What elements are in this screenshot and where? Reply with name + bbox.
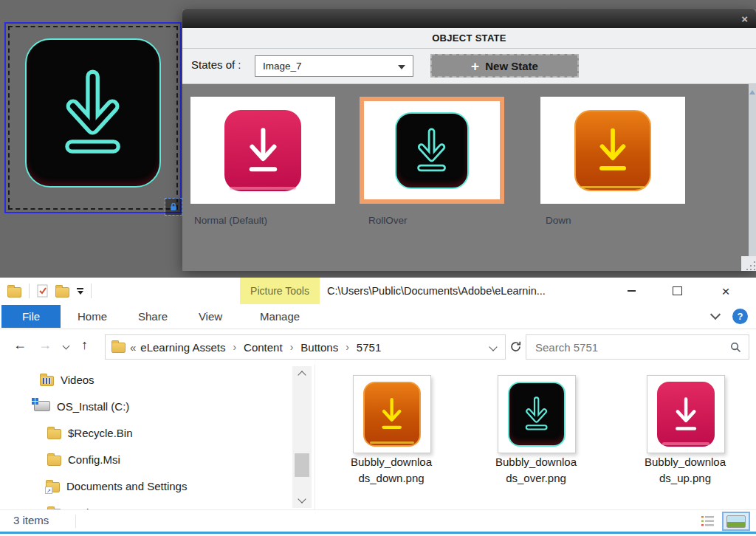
file-thumbnail-up[interactable] <box>647 375 725 453</box>
screen: × OBJECT STATE States of : Image_7 + New… <box>0 0 756 536</box>
help-button[interactable]: ? <box>732 309 748 324</box>
folder-shortcut-icon: ↗ <box>46 482 60 492</box>
status-bar: 3 items <box>0 509 756 532</box>
state-card-rollover[interactable] <box>360 97 504 204</box>
download-arrow-icon <box>517 390 556 439</box>
help-icon: ? <box>738 311 743 322</box>
breadcrumb-prefix[interactable]: « <box>130 341 136 354</box>
sidebar-item-videos[interactable]: Videos <box>40 371 94 388</box>
file-explorer-window: Picture Tools C:\Users\Public\Documents\… <box>0 278 756 536</box>
sidebar-item-config-msi[interactable]: Config.Msi <box>47 451 120 467</box>
shortcut-arrow-icon: ↗ <box>45 487 52 494</box>
tab-manage[interactable]: Manage <box>247 305 313 328</box>
state-label-rollover: RollOver <box>368 215 408 226</box>
search-input[interactable] <box>534 340 730 354</box>
sidebar-item-recycle-bin[interactable]: $Recycle.Bin <box>47 425 133 441</box>
dialog-close-icon[interactable]: × <box>741 13 748 24</box>
maximize-button[interactable] <box>661 278 693 304</box>
new-state-button[interactable]: + New State <box>430 54 579 78</box>
maximize-icon <box>673 286 682 295</box>
tab-view[interactable]: View <box>185 305 236 328</box>
file-thumbnail-down[interactable] <box>353 375 431 453</box>
up-icon[interactable]: ↑ <box>81 337 88 353</box>
download-arrow-icon <box>586 120 639 181</box>
new-state-label: New State <box>485 60 538 72</box>
details-view-icon <box>701 516 715 526</box>
file-name-up[interactable]: Bubbly_downloa ds_up.png <box>626 454 744 487</box>
search-box[interactable] <box>526 334 749 360</box>
toolbar-separator <box>29 284 30 298</box>
state-thumbnail-down <box>574 110 651 191</box>
breadcrumb-item[interactable]: eLearning Assets <box>140 341 225 354</box>
window-title: C:\Users\Public\Documents\Adobe\eLearnin… <box>327 278 546 304</box>
properties-check-icon[interactable] <box>37 284 48 298</box>
breadcrumb-item[interactable]: Content <box>244 341 283 354</box>
download-button-down-preview <box>363 382 421 447</box>
explorer-titlebar: Picture Tools C:\Users\Public\Documents\… <box>0 278 756 304</box>
minimize-button[interactable] <box>615 278 647 304</box>
folder-icon[interactable] <box>7 287 21 298</box>
dialog-titlebar[interactable]: × <box>182 9 756 28</box>
sidebar-item-label: Videos <box>61 374 94 386</box>
drive-icon <box>34 401 50 411</box>
download-button-over-preview <box>508 382 566 447</box>
close-button[interactable]: × <box>709 278 742 304</box>
chevron-down-icon <box>398 65 405 69</box>
scroll-down-icon[interactable] <box>298 495 306 503</box>
scroll-up-icon[interactable] <box>749 90 755 95</box>
state-thumbnail-normal <box>224 110 301 191</box>
states-of-dropdown-value: Image_7 <box>263 61 302 72</box>
states-of-dropdown[interactable]: Image_7 <box>255 55 413 77</box>
scroll-up-icon[interactable] <box>298 371 306 379</box>
sidebar-scrollbar[interactable] <box>292 366 312 508</box>
forward-icon[interactable]: → <box>38 337 52 353</box>
sidebar-item-intel-clipped[interactable]: Intel <box>47 504 89 509</box>
chevron-right-icon: › <box>287 341 297 353</box>
close-icon: × <box>721 284 729 298</box>
download-arrow-icon <box>406 122 457 179</box>
file-name-down[interactable]: Bubbly_downloa ds_down.png <box>332 454 450 487</box>
download-arrow-icon <box>665 389 707 440</box>
refresh-icon <box>509 340 522 353</box>
state-card-normal[interactable] <box>190 97 335 204</box>
tab-file[interactable]: File <box>1 305 61 328</box>
sidebar-item-os-install[interactable]: OS_Install (C:) <box>34 398 129 414</box>
address-bar[interactable]: « eLearning Assets › Content › Buttons ›… <box>105 334 506 360</box>
minimize-icon <box>628 290 636 292</box>
state-label-down: Down <box>546 215 571 226</box>
download-arrow-icon <box>236 119 291 182</box>
tab-share[interactable]: Share <box>124 305 182 328</box>
scrollbar-thumb[interactable] <box>295 453 309 477</box>
toolbar-separator <box>91 284 92 298</box>
file-name-over[interactable]: Bubbly_downloa ds_over.png <box>477 454 595 487</box>
recent-locations-icon[interactable] <box>63 343 70 350</box>
new-folder-icon[interactable] <box>55 287 69 298</box>
tab-home[interactable]: Home <box>68 305 117 328</box>
file-thumbnail-over[interactable] <box>498 375 576 453</box>
dialog-scrollbar[interactable] <box>749 84 756 256</box>
state-card-down[interactable] <box>540 97 685 204</box>
status-separator <box>75 515 76 528</box>
resize-grip[interactable] <box>741 256 756 271</box>
picture-tools-badge: Picture Tools <box>240 278 320 304</box>
stage-selected-image[interactable] <box>4 22 182 213</box>
dialog-title: OBJECT STATE <box>182 28 756 49</box>
chevron-right-icon: › <box>343 341 352 353</box>
details-view-button[interactable] <box>701 516 715 529</box>
folder-icon <box>47 429 61 439</box>
dialog-controls: States of : Image_7 + New State <box>182 49 756 84</box>
collapse-ribbon-icon[interactable] <box>710 309 721 320</box>
ribbon-tabs: File Home Share View Manage ? <box>0 304 756 329</box>
breadcrumb-item[interactable]: Buttons <box>300 341 338 354</box>
back-icon[interactable]: ← <box>13 337 27 353</box>
search-icon[interactable] <box>730 342 741 353</box>
sidebar-item-label: OS_Install (C:) <box>57 400 129 413</box>
address-dropdown-icon[interactable] <box>489 343 497 351</box>
quick-access-toolbar <box>7 278 92 304</box>
breadcrumb-item[interactable]: 5751 <box>357 341 381 354</box>
large-icons-view-button[interactable] <box>722 512 750 531</box>
customize-toolbar-icon[interactable] <box>77 288 83 295</box>
sidebar-item-documents-and-settings[interactable]: ↗ Documents and Settings <box>46 478 187 494</box>
explorer-main: Videos OS_Install (C:) $Recycle.Bin Conf… <box>0 365 756 509</box>
refresh-button[interactable] <box>509 340 522 356</box>
